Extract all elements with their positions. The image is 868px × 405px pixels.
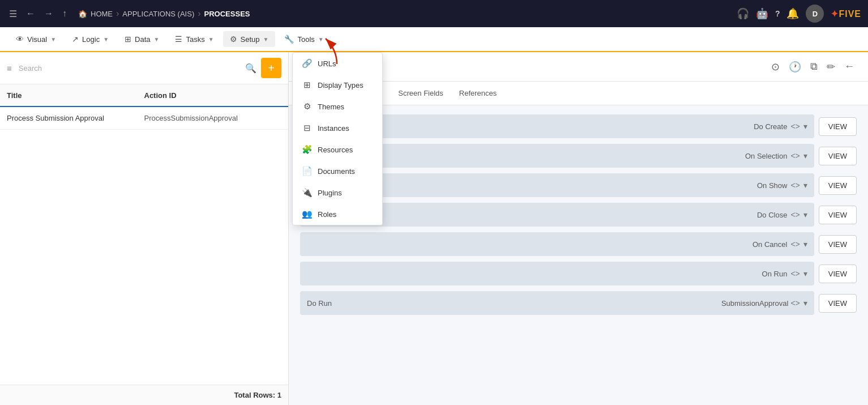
roles-icon: 👥 <box>302 209 312 219</box>
headset-icon[interactable]: 🎧 <box>737 7 749 20</box>
tasks-icon: ☰ <box>175 35 182 44</box>
code-icon[interactable]: <> <box>790 151 799 160</box>
urls-icon: 🔗 <box>302 58 312 69</box>
nav-right: 🎧 🤖 ? 🔔 D ✦FIVE <box>737 5 861 23</box>
on-cancel-view-btn[interactable]: VIEW <box>819 235 857 254</box>
dropdown-item-roles[interactable]: 👥 Roles <box>293 203 382 225</box>
code-icon[interactable]: <> <box>790 240 799 249</box>
do-run-icons: <> ▾ <box>790 299 807 308</box>
add-button[interactable]: + <box>261 58 281 78</box>
table-row[interactable]: Process Submission Approval ProcessSubmi… <box>0 107 288 130</box>
breadcrumb-processes[interactable]: PROCESSES <box>204 10 250 18</box>
display-types-icon: ⊞ <box>302 80 312 90</box>
breadcrumb-apps[interactable]: APPLICATIONS (AIS) <box>122 10 194 18</box>
search-input[interactable] <box>19 64 241 73</box>
on-run-icons: <> ▾ <box>790 269 807 278</box>
on-selection-view-btn[interactable]: VIEW <box>819 147 857 165</box>
nav-logic[interactable]: ↗ Logic ▼ <box>65 31 116 47</box>
back-icon[interactable]: ← <box>24 6 37 21</box>
resources-icon: 🧩 <box>302 144 312 155</box>
nav-data[interactable]: ⊞ Data ▼ <box>118 31 166 47</box>
dropdown-item-resources[interactable]: 🧩 Resources <box>293 139 382 160</box>
do-close-view-btn[interactable]: VIEW <box>819 206 857 224</box>
event-row-do-create: Do Create <> ▾ VIEW <box>300 114 857 138</box>
tab-screen-fields[interactable]: Screen Fields <box>390 83 451 104</box>
five-logo: ✦FIVE <box>831 8 861 19</box>
plugins-icon: 🔌 <box>302 187 312 198</box>
history-icon[interactable]: 🕐 <box>786 58 803 75</box>
nav-setup[interactable]: ⚙ Setup ▼ <box>223 31 276 47</box>
code-icon[interactable]: <> <box>790 181 799 190</box>
logic-icon: ↗ <box>72 35 79 44</box>
bot-icon[interactable]: 🤖 <box>756 7 768 20</box>
dropdown-item-urls[interactable]: 🔗 URLs <box>293 53 382 74</box>
on-selection-icons: <> ▾ <box>790 151 807 160</box>
nav-tools[interactable]: 🔧 Tools ▼ <box>277 31 330 47</box>
setup-dropdown: 🔗 URLs ⊞ Display Types ⚙ Themes ⊟ Instan… <box>292 52 383 225</box>
chevron-down-icon[interactable]: ▾ <box>803 210 807 219</box>
do-close-icons: <> ▾ <box>790 210 807 219</box>
dropdown-item-documents[interactable]: 📄 Documents <box>293 160 382 182</box>
chevron-down-icon[interactable]: ▾ <box>803 151 807 160</box>
dropdown-item-plugins[interactable]: 🔌 Plugins <box>293 182 382 203</box>
breadcrumb-home[interactable]: 🏠 HOME <box>78 10 113 18</box>
copy-icon[interactable]: ⧉ <box>808 58 820 75</box>
help-icon[interactable]: ? <box>775 9 780 18</box>
search-icon[interactable]: 🔍 <box>245 63 256 74</box>
chevron-down-icon[interactable]: ▾ <box>803 299 807 308</box>
chevron-down-icon[interactable]: ▾ <box>803 181 807 190</box>
menu-icon[interactable]: ☰ <box>7 6 19 22</box>
dropdown-item-instances[interactable]: ⊟ Instances <box>293 117 382 139</box>
event-row-do-run: Do Run SubmissionApproval <> ▾ VIEW <box>300 291 857 315</box>
nav-tasks[interactable]: ☰ Tasks ▼ <box>168 31 220 47</box>
up-icon[interactable]: ↑ <box>60 6 69 21</box>
breadcrumb-sep2: › <box>198 8 200 19</box>
main-layout: ≡ 🔍 + Title Action ID Process Submission… <box>0 52 868 405</box>
chevron-down-icon[interactable]: ▾ <box>803 122 807 131</box>
row-action-id: ProcessSubmissionApproval <box>144 114 282 122</box>
on-run-input[interactable]: On Run <> ▾ <box>300 262 814 285</box>
on-run-view-btn[interactable]: VIEW <box>819 265 857 283</box>
code-icon[interactable]: <> <box>790 210 799 219</box>
filter-icon: ≡ <box>7 63 12 73</box>
top-nav: ☰ ← → ↑ 🏠 HOME › APPLICATIONS (AIS) › PR… <box>0 0 868 27</box>
dropdown-item-themes[interactable]: ⚙ Themes <box>293 96 382 117</box>
table-footer: Total Rows: 1 <box>0 385 288 405</box>
row-title: Process Submission Approval <box>7 114 144 122</box>
dropdown-item-display-types[interactable]: ⊞ Display Types <box>293 74 382 96</box>
event-row-on-show: On Show <> ▾ VIEW <box>300 173 857 197</box>
data-chevron: ▼ <box>154 36 160 42</box>
tools-icon: 🔧 <box>284 35 294 44</box>
table-header: Title Action ID <box>0 84 288 107</box>
tools-chevron: ▼ <box>318 36 324 42</box>
event-row-on-selection: On Selection <> ▾ VIEW <box>300 144 857 168</box>
forward-icon[interactable]: → <box>42 6 55 21</box>
code-icon[interactable]: <> <box>790 269 799 278</box>
on-cancel-input[interactable]: On Cancel <> ▾ <box>300 232 814 256</box>
close-icon[interactable]: ← <box>842 58 857 75</box>
avatar[interactable]: D <box>806 5 824 23</box>
do-run-label: Do Run <box>307 299 332 308</box>
bell-icon[interactable]: 🔔 <box>786 7 799 20</box>
tab-references[interactable]: References <box>451 83 504 104</box>
setup-chevron: ▼ <box>263 36 269 42</box>
code-icon[interactable]: <> <box>790 299 799 308</box>
chevron-down-icon[interactable]: ▾ <box>803 269 807 278</box>
back-circle-icon[interactable]: ⊙ <box>769 58 782 75</box>
edit-icon[interactable]: ✏ <box>824 58 837 75</box>
tasks-chevron: ▼ <box>208 36 214 42</box>
do-run-view-btn[interactable]: VIEW <box>819 294 857 313</box>
code-icon[interactable]: <> <box>790 122 799 131</box>
do-run-input[interactable]: Do Run SubmissionApproval <> ▾ <box>300 291 814 315</box>
do-create-view-btn[interactable]: VIEW <box>819 117 857 136</box>
nav-visual[interactable]: 👁 Visual ▼ <box>9 31 63 47</box>
setup-icon: ⚙ <box>230 35 237 44</box>
on-show-view-btn[interactable]: VIEW <box>819 176 857 195</box>
do-run-value: SubmissionApproval <box>721 299 789 308</box>
documents-icon: 📄 <box>302 166 312 176</box>
sec-nav: 👁 Visual ▼ ↗ Logic ▼ ⊞ Data ▼ ☰ Tasks ▼ … <box>0 27 868 52</box>
col-title: Title <box>7 91 144 100</box>
on-run-label: On Run <box>762 270 788 278</box>
breadcrumb: 🏠 HOME › APPLICATIONS (AIS) › PROCESSES <box>78 8 732 19</box>
chevron-down-icon[interactable]: ▾ <box>803 240 807 249</box>
